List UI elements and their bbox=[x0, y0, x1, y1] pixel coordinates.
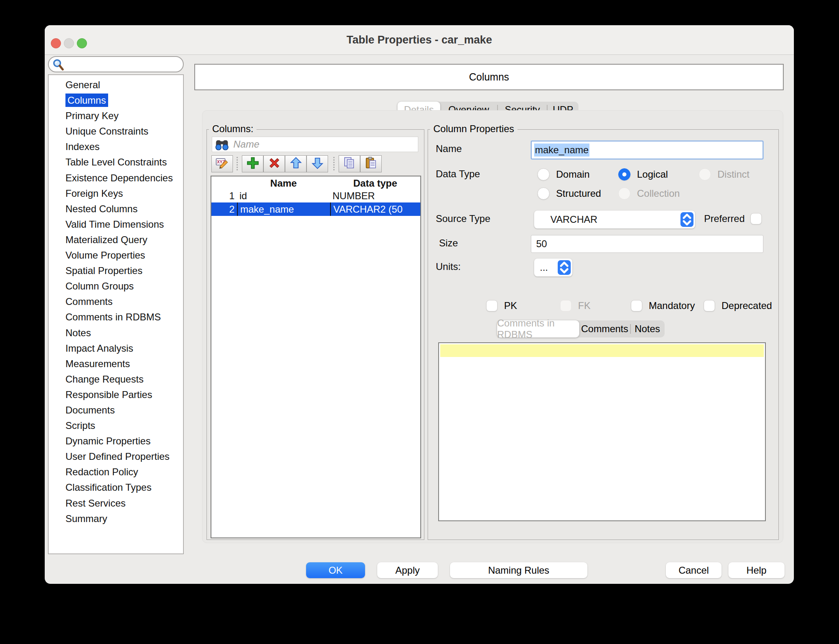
apply-button[interactable]: Apply bbox=[377, 562, 438, 578]
tab-comments[interactable]: Comments bbox=[579, 320, 630, 337]
sidebar-item-foreign-keys[interactable]: Foreign Keys bbox=[48, 186, 183, 201]
column-properties-group-label: Column Properties bbox=[430, 123, 517, 135]
pk-label: PK bbox=[504, 300, 517, 312]
move-down-button[interactable] bbox=[306, 155, 328, 172]
binoculars-icon bbox=[215, 138, 229, 151]
fk-label: FK bbox=[578, 300, 591, 312]
sidebar-nav-list: GeneralColumnsPrimary KeyUnique Constrai… bbox=[48, 74, 184, 554]
mandatory-checkbox[interactable] bbox=[631, 300, 642, 311]
units-value: ... bbox=[540, 262, 548, 273]
chevron-updown-icon[interactable] bbox=[680, 212, 693, 227]
minimize-button[interactable] bbox=[64, 38, 74, 48]
source-type-dropdown[interactable]: VARCHAR bbox=[534, 211, 695, 228]
zoom-button[interactable] bbox=[77, 38, 87, 48]
page-title: Columns bbox=[469, 71, 509, 83]
sidebar-item-user-defined-properties[interactable]: User Defined Properties bbox=[48, 449, 183, 464]
sidebar-item-primary-key[interactable]: Primary Key bbox=[48, 108, 183, 124]
sidebar-item-classification-types[interactable]: Classification Types bbox=[48, 480, 183, 495]
column-filter-input[interactable]: Name bbox=[212, 137, 418, 152]
comment-tabs: Comments in RDBMS Comments Notes bbox=[497, 320, 665, 337]
sidebar-item-notes[interactable]: Notes bbox=[48, 325, 183, 341]
window-title: Table Properties - car_make bbox=[45, 25, 794, 54]
sidebar-item-materialized-query[interactable]: Materialized Query bbox=[48, 232, 183, 248]
sidebar-item-impact-analysis[interactable]: Impact Analysis bbox=[48, 341, 183, 356]
deprecated-checkbox[interactable] bbox=[704, 300, 715, 311]
chevron-updown-icon[interactable] bbox=[558, 260, 571, 275]
sidebar-item-rest-services[interactable]: Rest Services bbox=[48, 496, 183, 511]
sidebar-item-dynamic-properties[interactable]: Dynamic Properties bbox=[48, 433, 183, 449]
columns-table-header: Name Data type bbox=[211, 176, 420, 189]
copy-button[interactable] bbox=[339, 155, 360, 172]
window-titlebar: Table Properties - car_make bbox=[45, 25, 794, 55]
radio-domain[interactable] bbox=[537, 168, 550, 181]
sidebar-item-existence-dependencies[interactable]: Existence Dependencies bbox=[48, 170, 183, 186]
column-header-name: Name bbox=[237, 176, 330, 189]
sidebar-item-table-level-constraints[interactable]: Table Level Constraints bbox=[48, 154, 183, 170]
cancel-button[interactable]: Cancel bbox=[666, 562, 722, 578]
size-field-value: 50 bbox=[536, 238, 547, 250]
sidebar-item-measurements[interactable]: Measurements bbox=[48, 356, 183, 372]
sidebar-item-valid-time-dimensions[interactable]: Valid Time Dimensions bbox=[48, 217, 183, 232]
radio-collection-label: Collection bbox=[637, 187, 680, 200]
source-type-value: VARCHAR bbox=[550, 214, 598, 225]
help-button[interactable]: Help bbox=[728, 562, 785, 578]
move-up-icon bbox=[289, 156, 303, 172]
comments-editor[interactable] bbox=[438, 342, 766, 521]
sidebar-item-comments[interactable]: Comments bbox=[48, 294, 183, 309]
move-up-button[interactable] bbox=[285, 155, 306, 172]
size-label: Size bbox=[439, 237, 458, 249]
column-row-make_name[interactable]: 2make_nameVARCHAR2 (50 CHAR) bbox=[211, 202, 420, 216]
pk-checkbox[interactable] bbox=[486, 300, 498, 311]
name-field[interactable]: make_name bbox=[531, 141, 763, 159]
radio-collection bbox=[618, 187, 630, 200]
edit-properties-button[interactable]: XYZ bbox=[211, 155, 233, 172]
paste-icon bbox=[364, 156, 378, 172]
source-type-label: Source Type bbox=[436, 213, 490, 225]
column-row-id[interactable]: 1idNUMBER bbox=[211, 189, 420, 202]
radio-structured[interactable] bbox=[537, 187, 550, 200]
sidebar-item-comments-in-rdbms[interactable]: Comments in RDBMS bbox=[48, 309, 183, 325]
name-label: Name bbox=[436, 143, 462, 155]
radio-logical-label: Logical bbox=[637, 168, 668, 181]
edit-properties-icon: XYZ bbox=[215, 156, 229, 172]
sidebar-item-general[interactable]: General bbox=[48, 77, 183, 93]
sidebar-item-redaction-policy[interactable]: Redaction Policy bbox=[48, 464, 183, 480]
tab-notes[interactable]: Notes bbox=[631, 320, 664, 337]
sidebar-item-indexes[interactable]: Indexes bbox=[48, 139, 183, 154]
column-filter-placeholder: Name bbox=[233, 137, 259, 152]
toolbar-separator bbox=[237, 157, 238, 171]
sidebar-item-columns[interactable]: Columns bbox=[48, 93, 183, 108]
page-header-box: Columns bbox=[194, 64, 784, 90]
sidebar-item-scripts[interactable]: Scripts bbox=[48, 418, 183, 433]
tab-comments-in-rdbms[interactable]: Comments in RDBMS bbox=[497, 320, 579, 337]
size-field[interactable]: 50 bbox=[531, 235, 763, 253]
preferred-label: Preferred bbox=[704, 213, 745, 225]
radio-domain-label: Domain bbox=[556, 168, 590, 181]
sidebar-search-input[interactable] bbox=[48, 56, 184, 72]
move-down-icon bbox=[311, 156, 324, 172]
paste-button[interactable] bbox=[360, 155, 382, 172]
naming-rules-button[interactable]: Naming Rules bbox=[450, 562, 587, 578]
radio-logical[interactable] bbox=[618, 168, 630, 181]
preferred-checkbox[interactable] bbox=[750, 213, 762, 224]
sidebar-item-nested-columns[interactable]: Nested Columns bbox=[48, 201, 183, 217]
sidebar-item-summary[interactable]: Summary bbox=[48, 511, 183, 527]
ok-button[interactable]: OK bbox=[306, 562, 365, 578]
sidebar-item-column-groups[interactable]: Column Groups bbox=[48, 278, 183, 294]
sidebar-item-unique-constraints[interactable]: Unique Constraints bbox=[48, 124, 183, 139]
mandatory-label: Mandatory bbox=[649, 300, 695, 312]
radio-distinct-label: Distinct bbox=[717, 168, 750, 181]
sidebar-item-volume-properties[interactable]: Volume Properties bbox=[48, 248, 183, 263]
add-button[interactable] bbox=[242, 155, 263, 172]
columns-group-label: Columns: bbox=[209, 123, 256, 135]
data-type-label: Data Type bbox=[436, 168, 480, 180]
close-button[interactable] bbox=[51, 38, 61, 48]
sidebar-item-change-requests[interactable]: Change Requests bbox=[48, 372, 183, 387]
delete-icon bbox=[267, 156, 281, 172]
sidebar-item-spatial-properties[interactable]: Spatial Properties bbox=[48, 263, 183, 278]
delete-button[interactable] bbox=[263, 155, 285, 172]
copy-icon bbox=[343, 156, 356, 172]
sidebar-item-documents[interactable]: Documents bbox=[48, 402, 183, 418]
sidebar-item-responsible-parties[interactable]: Responsible Parties bbox=[48, 387, 183, 402]
units-dropdown[interactable]: ... bbox=[534, 259, 572, 276]
